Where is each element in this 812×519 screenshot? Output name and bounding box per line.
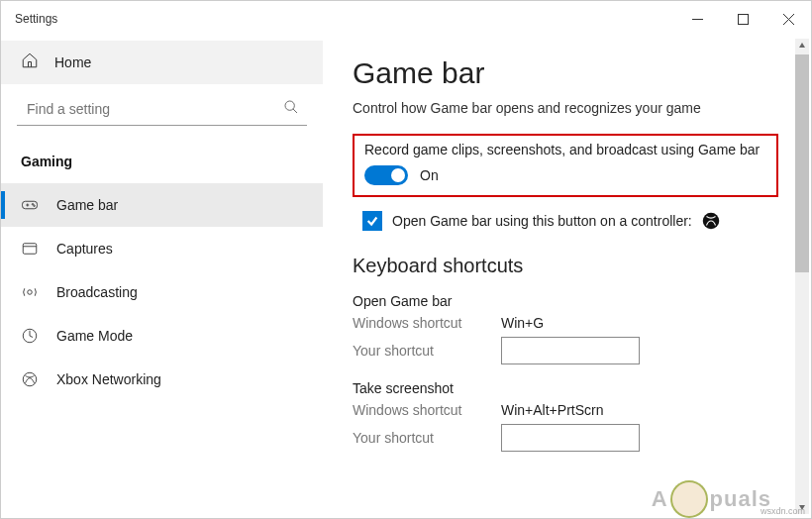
your-shortcut-input[interactable] [501,337,640,364]
nav-game-bar[interactable]: Game bar [1,183,323,227]
your-shortcut-label: Your shortcut [353,343,501,359]
scrollbar-thumb[interactable] [795,54,809,272]
your-shortcut-label: Your shortcut [353,430,501,446]
broadcasting-icon [21,283,39,301]
home-label: Home [54,54,91,70]
nav-captures[interactable]: Captures [1,227,323,270]
svg-point-10 [34,205,36,207]
sidebar: Home Gaming Game bar Captures Broadcasti… [1,37,323,518]
controller-checkbox-label: Open Game bar using this button on a con… [392,213,692,229]
nav-label: Xbox Networking [56,371,161,387]
main-content: Game bar Control how Game bar opens and … [323,37,811,518]
svg-line-5 [293,109,297,113]
controller-checkbox[interactable] [362,211,382,231]
svg-point-17 [23,372,37,386]
xbox-networking-icon [21,370,39,388]
close-button[interactable] [765,1,811,37]
home-icon [21,52,39,73]
windows-shortcut-label: Windows shortcut [353,402,501,418]
svg-marker-19 [799,43,805,48]
svg-rect-1 [738,14,748,24]
nav-xbox-networking[interactable]: Xbox Networking [1,358,323,401]
window-controls [674,1,811,37]
xbox-icon [702,212,720,230]
nav-label: Broadcasting [56,284,138,300]
home-nav[interactable]: Home [1,41,323,84]
captures-icon [21,240,39,258]
record-setting-highlight: Record game clips, screenshots, and broa… [353,134,778,197]
nav-broadcasting[interactable]: Broadcasting [1,270,323,314]
scrollbar[interactable] [795,39,809,514]
windows-shortcut-value: Win+G [501,315,544,331]
record-toggle-state: On [420,167,439,183]
window-title: Settings [15,12,674,26]
svg-rect-11 [23,244,37,255]
search-input[interactable] [17,92,307,126]
nav-label: Game Mode [56,328,133,344]
gamemode-icon [21,327,39,345]
footer-credit: wsxdn.com [761,506,805,516]
svg-line-16 [30,336,33,338]
windows-shortcut-label: Windows shortcut [353,315,501,331]
titlebar: Settings [1,1,811,37]
shortcut-open-gamebar: Open Game bar Windows shortcut Win+G You… [353,293,781,364]
svg-point-13 [28,290,33,295]
shortcut-take-screenshot: Take screenshot Windows shortcut Win+Alt… [353,380,781,452]
windows-shortcut-value: Win+Alt+PrtScrn [501,402,603,418]
page-title: Game bar [353,56,781,90]
maximize-button[interactable] [720,1,765,37]
watermark: A puals [652,480,771,518]
gamebar-icon [21,196,39,214]
minimize-button[interactable] [674,1,720,37]
search-field[interactable] [17,92,307,126]
shortcut-title: Open Game bar [353,293,781,309]
shortcut-title: Take screenshot [353,380,781,396]
watermark-face-icon [670,480,708,518]
record-toggle[interactable] [364,165,408,185]
search-icon [283,99,299,119]
svg-point-4 [285,101,294,110]
nav-label: Game bar [56,197,118,213]
record-setting-label: Record game clips, screenshots, and broa… [364,142,766,157]
nav-game-mode[interactable]: Game Mode [1,314,323,358]
shortcuts-header: Keyboard shortcuts [353,255,781,277]
nav-label: Captures [56,241,113,257]
watermark-text: A [652,486,668,512]
page-subtitle: Control how Game bar opens and recognize… [353,100,781,116]
svg-point-9 [32,204,34,206]
category-header: Gaming [1,142,323,183]
scroll-up-icon[interactable] [795,39,809,52]
your-shortcut-input[interactable] [501,424,640,452]
